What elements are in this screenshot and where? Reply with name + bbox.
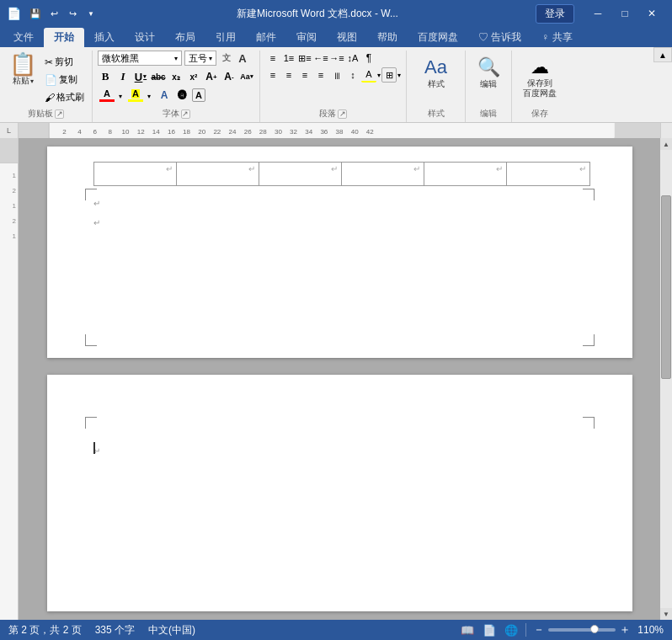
close-button[interactable]: ✕	[638, 0, 665, 27]
undo-button[interactable]: ↩	[45, 5, 62, 22]
tab-file[interactable]: 文件	[3, 28, 44, 47]
tab-share[interactable]: ♀ 共享	[531, 28, 582, 47]
justify-button[interactable]: ≡	[313, 67, 328, 83]
document-page-2[interactable]: ↵	[47, 375, 632, 611]
table-cell[interactable]	[93, 163, 176, 186]
bold-button[interactable]: B	[98, 69, 113, 84]
font-expand-button[interactable]: ↗	[181, 109, 190, 119]
wen-button[interactable]: 文	[219, 51, 234, 66]
zoom-minus[interactable]: －	[533, 622, 545, 637]
table-cell[interactable]	[259, 163, 341, 186]
numbering-button[interactable]: 1≡	[281, 51, 296, 66]
shading-button[interactable]: A	[361, 67, 376, 83]
multilevel-button[interactable]: ⊞≡	[297, 51, 312, 66]
tab-design[interactable]: 设计	[125, 28, 165, 47]
font-color-dropdown[interactable]: ▾	[119, 93, 122, 100]
font-grow-button[interactable]: A+	[204, 69, 219, 84]
table-cell[interactable]	[424, 163, 507, 186]
show-marks-button[interactable]: ¶	[361, 51, 376, 66]
tab-mailings[interactable]: 邮件	[246, 28, 286, 47]
underline-button[interactable]: U▾	[133, 69, 148, 84]
increase-indent-button[interactable]: →≡	[329, 51, 344, 66]
scroll-down-button[interactable]: ▼	[660, 608, 672, 620]
tab-home[interactable]: 开始	[44, 28, 84, 47]
scroll-thumb[interactable]	[661, 195, 671, 379]
font-name-dropdown[interactable]: 微软雅黑 ▾	[98, 51, 182, 66]
superscript-button[interactable]: x²	[186, 69, 201, 84]
table-cell[interactable]	[176, 163, 259, 186]
scroll-track[interactable]	[660, 150, 672, 608]
line-spacing-button[interactable]: ↕	[345, 67, 360, 83]
svg-text:18: 18	[183, 128, 190, 136]
cut-button[interactable]: ✂ 剪切	[42, 54, 87, 70]
font-shrink-button[interactable]: A-	[221, 69, 237, 84]
tab-help[interactable]: 帮助	[367, 28, 408, 47]
char-border-button[interactable]: A	[192, 88, 205, 102]
font-color-button[interactable]: A	[98, 89, 116, 102]
right-scrollbar[interactable]: ▲ ▼	[660, 138, 672, 620]
customize-qat-button[interactable]: ▼	[83, 5, 99, 22]
text-effects-button[interactable]: A	[157, 88, 172, 103]
border-button[interactable]: ⊞	[381, 67, 397, 83]
tab-review[interactable]: 审阅	[286, 28, 327, 47]
svg-text:30: 30	[275, 128, 282, 136]
scroll-up-button[interactable]: ▲	[660, 138, 672, 150]
zoom-track[interactable]	[548, 628, 616, 632]
editing-button[interactable]: 🔍 编辑	[473, 54, 504, 93]
page-info: 第 2 页，共 2 页	[8, 623, 82, 637]
align-left-button[interactable]: ≡	[265, 67, 280, 83]
sort-button[interactable]: ↕A	[345, 51, 360, 66]
svg-text:10: 10	[122, 128, 130, 136]
table-cell[interactable]	[341, 163, 424, 186]
styles-button[interactable]: Aa 样式	[421, 54, 451, 93]
tab-view[interactable]: 视图	[327, 28, 367, 47]
ruler-left-side[interactable]: L	[0, 123, 19, 138]
clipboard-expand-button[interactable]: ↗	[55, 109, 64, 119]
print-view-icon[interactable]: 📄	[482, 623, 497, 637]
char-shading-button[interactable]: 🅐	[174, 88, 189, 103]
paragraph-expand-button[interactable]: ↗	[338, 109, 347, 119]
zoom-plus[interactable]: ＋	[619, 622, 631, 637]
tab-layout[interactable]: 布局	[165, 28, 205, 47]
zoom-thumb[interactable]	[590, 625, 599, 633]
document-scroll[interactable]: ↵ ↵ ↵	[19, 138, 660, 620]
font-row-1: 微软雅黑 ▾ 五号 ▾ 文 A	[98, 51, 254, 66]
maximize-button[interactable]: □	[611, 0, 638, 27]
align-center-button[interactable]: ≡	[281, 67, 296, 83]
tab-tell-me[interactable]: ♡ 告诉我	[468, 28, 531, 47]
font-color-letter: A	[104, 89, 110, 99]
italic-button[interactable]: I	[115, 69, 131, 84]
ribbon-collapse-button[interactable]: ▲	[653, 47, 672, 62]
clear-format-button[interactable]: A	[235, 51, 250, 66]
subscript-button[interactable]: x₂	[168, 69, 184, 84]
table-cell[interactable]	[507, 163, 589, 186]
decrease-indent-button[interactable]: ←≡	[313, 51, 328, 66]
font-size-dropdown[interactable]: 五号 ▾	[184, 51, 216, 66]
save-qat-button[interactable]: 💾	[27, 5, 44, 22]
bullets-button[interactable]: ≡	[265, 51, 280, 66]
shading-dropdown[interactable]: ▾	[377, 72, 381, 79]
border-dropdown[interactable]: ▾	[397, 72, 401, 79]
columns-button[interactable]: ⫼	[329, 67, 344, 83]
web-view-icon[interactable]: 🌐	[504, 623, 519, 637]
tab-references[interactable]: 引用	[205, 28, 246, 47]
strikethrough-button[interactable]: abc	[151, 69, 166, 84]
baidu-group-label: 保存	[531, 108, 548, 122]
redo-button[interactable]: ↪	[64, 5, 81, 22]
case-button[interactable]: Aa▾	[239, 69, 254, 84]
clipboard-group: 📋 粘贴 ▾ ✂ 剪切 📄 复制 🖌	[0, 51, 93, 122]
read-view-icon[interactable]: 📖	[460, 623, 475, 637]
copy-button[interactable]: 📄 复制	[42, 72, 87, 88]
align-right-button[interactable]: ≡	[297, 67, 312, 83]
highlight-button[interactable]: A	[126, 89, 145, 102]
ribbon-tabs: 文件 开始 插入 设计 布局 引用 邮件 审阅 视图 帮助 百度网盘 ♡ 告诉我…	[0, 27, 672, 47]
paste-button[interactable]: 📋 粘贴 ▾	[5, 51, 40, 89]
baidu-save-button[interactable]: ☁ 保存到百度网盘	[520, 54, 560, 101]
tab-insert[interactable]: 插入	[84, 28, 125, 47]
tab-baidu[interactable]: 百度网盘	[408, 28, 468, 47]
zoom-slider[interactable]: － ＋	[533, 622, 631, 637]
login-button[interactable]: 登录	[536, 4, 574, 24]
format-painter-button[interactable]: 🖌 格式刷	[42, 89, 87, 105]
minimize-button[interactable]: ─	[584, 0, 611, 27]
highlight-dropdown[interactable]: ▾	[147, 93, 151, 100]
